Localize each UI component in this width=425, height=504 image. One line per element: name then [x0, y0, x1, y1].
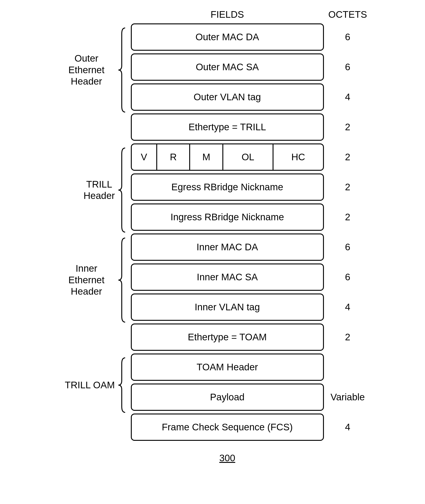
- octet-value: 6: [345, 264, 350, 291]
- inner-ethernet-label: Inner Ethernet Header: [58, 263, 115, 297]
- field-ingress-rbridge: Ingress RBridge Nickname: [131, 204, 324, 231]
- octet-value: 2: [345, 323, 350, 351]
- field-outer-mac-sa: Outer MAC SA: [131, 54, 324, 81]
- octet-value: 6: [345, 23, 350, 51]
- field-inner-vlan-tag: Inner VLAN tag: [131, 293, 324, 321]
- fields-header: FIELDS: [211, 9, 244, 20]
- figure-number: 300: [219, 453, 235, 463]
- field-ethertype-toam: Ethertype = TOAM: [131, 323, 324, 351]
- outer-ethernet-label: Outer Ethernet Header: [58, 53, 115, 87]
- field-outer-vlan-tag: Outer VLAN tag: [131, 83, 324, 111]
- field-hc: HC: [273, 144, 323, 170]
- field-trill-bits: V R M OL HC: [131, 143, 324, 171]
- octets-header: OCTETS: [328, 9, 367, 20]
- brace-icon: [117, 147, 126, 233]
- trill-header-label-group: TRILL Header: [58, 145, 126, 235]
- octet-value: 4: [345, 414, 350, 441]
- field-payload: Payload: [131, 383, 324, 411]
- trill-oam-label: TRILL OAM: [65, 379, 115, 391]
- field-ol: OL: [223, 144, 273, 170]
- octet-value: 6: [345, 233, 350, 261]
- field-v: V: [132, 144, 157, 170]
- octet-value: 4: [345, 293, 350, 321]
- field-inner-mac-da: Inner MAC DA: [131, 233, 324, 261]
- octets-column: OCTETS 6 6 4 2 2 2 2 6 6 4 2 Variable 4: [328, 9, 367, 443]
- field-m: M: [190, 144, 223, 170]
- field-fcs: Frame Check Sequence (FCS): [131, 414, 324, 441]
- brace-icon: [117, 357, 126, 414]
- field-inner-mac-sa: Inner MAC SA: [131, 264, 324, 291]
- trill-oam-label-group: TRILL OAM: [58, 355, 126, 415]
- brace-icon: [117, 27, 126, 113]
- group-labels-column: Outer Ethernet Header TRILL Header Inner…: [58, 9, 126, 415]
- field-outer-mac-da: Outer MAC DA: [131, 23, 324, 51]
- octet-value: 2: [345, 173, 350, 201]
- octet-value: 2: [345, 204, 350, 231]
- outer-ethernet-label-group: Outer Ethernet Header: [58, 25, 126, 115]
- field-r: R: [157, 144, 190, 170]
- field-ethertype-trill: Ethertype = TRILL: [131, 113, 324, 141]
- brace-icon: [117, 237, 126, 323]
- octet-value: 2: [345, 113, 350, 141]
- trill-header-label: TRILL Header: [84, 179, 115, 202]
- octet-value: 6: [345, 54, 350, 81]
- octet-value: Variable: [331, 383, 365, 411]
- octet-value: 2: [345, 143, 350, 171]
- field-toam-header: TOAM Header: [131, 354, 324, 381]
- octet-value: 4: [345, 83, 350, 111]
- fields-column: FIELDS Outer MAC DA Outer MAC SA Outer V…: [131, 9, 324, 463]
- inner-ethernet-label-group: Inner Ethernet Header: [58, 235, 126, 325]
- field-egress-rbridge: Egress RBridge Nickname: [131, 173, 324, 201]
